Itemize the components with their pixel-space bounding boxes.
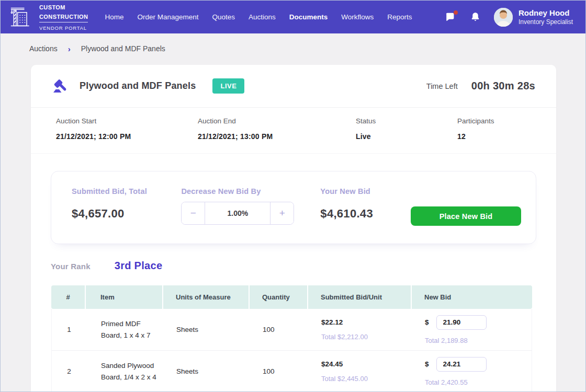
item-unit: Sheets <box>164 326 250 333</box>
new-bid-cell: $ Total 2,420.55 <box>412 357 532 386</box>
stepper-plus-button[interactable]: + <box>271 202 294 224</box>
chat-bubble-icon[interactable] <box>444 10 457 24</box>
detail-label: Status <box>356 117 457 125</box>
nav-item-workflows[interactable]: Workflows <box>341 13 374 21</box>
nav-item-auctions[interactable]: Auctions <box>249 13 276 21</box>
new-bid-value: $4,610.43 <box>320 207 411 221</box>
new-bid-input[interactable] <box>436 357 487 372</box>
decrease-stepper: − 1.00% + <box>181 202 294 225</box>
item-name-line2: Board, 1 x 4 x 7 <box>101 330 164 341</box>
submitted-bid-label: Submitted Bid, Total <box>72 187 181 195</box>
detail-auction-start: Auction Start 21/12/2021; 12:00 PM <box>56 117 198 141</box>
submitted-bid-unit: $24.45 <box>321 360 412 368</box>
top-navbar: CUSTOM CONSTRUCTION VENDOR PORTAL Home O… <box>1 1 585 33</box>
rank-row: Your Rank 3rd Place <box>31 244 556 272</box>
submitted-bid-value: $4,657.00 <box>72 207 181 221</box>
user-menu[interactable]: Rodney Hood Inventory Specialist <box>494 8 573 27</box>
building-crane-icon <box>10 6 33 28</box>
logo-text: CUSTOM CONSTRUCTION VENDOR PORTAL <box>39 2 88 32</box>
row-number: 1 <box>52 326 86 333</box>
detail-value: 12 <box>457 132 535 141</box>
item-name-line1: Sanded Plywood <box>101 360 164 372</box>
place-new-bid-button[interactable]: Place New Bid <box>411 206 521 226</box>
header-item: Item <box>86 285 163 309</box>
table-body: 1 Primed MDF Board, 1 x 4 x 7 Sheets 100… <box>51 309 532 392</box>
submitted-bid-total: Total $2,212.00 <box>321 333 412 341</box>
table-header-row: # Item Units of Measure Quantity Submitt… <box>51 285 532 309</box>
rank-label: Your Rank <box>51 262 91 271</box>
decrease-bid-label: Decrease New Bid By <box>181 187 320 195</box>
submitted-bid-block: Submitted Bid, Total $4,657.00 <box>72 187 181 229</box>
user-info: Rodney Hood Inventory Specialist <box>519 8 573 26</box>
item-quantity: 100 <box>250 326 309 333</box>
header-submitted-bid: Submitted Bid/Unit <box>308 285 412 309</box>
breadcrumb-auctions[interactable]: Auctions <box>29 44 58 53</box>
detail-label: Participants <box>457 117 535 125</box>
detail-value: 21/12/2021; 12:00 PM <box>56 132 198 141</box>
item-name-line2: Board, 1/4 x 2 x 4 <box>101 372 164 383</box>
nav-item-order-management[interactable]: Order Management <box>137 13 198 21</box>
nav-links: Home Order Management Quotes Auctions Do… <box>105 13 412 21</box>
chevron-right-icon: › <box>68 44 71 53</box>
header-number: # <box>51 285 86 309</box>
item-name: Sanded Plywood Board, 1/4 x 2 x 4 <box>86 360 164 383</box>
user-name: Rodney Hood <box>519 8 573 18</box>
new-bid-line: $ <box>425 315 532 330</box>
auction-card: Plywood and MDF Panels LIVE Time Left 00… <box>31 65 556 392</box>
bid-panel: Submitted Bid, Total $4,657.00 Decrease … <box>51 171 536 244</box>
place-bid-block: Place New Bid <box>411 187 521 229</box>
new-bid-block: Your New Bid $4,610.43 <box>320 187 411 229</box>
auction-title: Plywood and MDF Panels <box>80 80 196 91</box>
currency-sign: $ <box>425 318 429 326</box>
decrease-bid-block: Decrease New Bid By − 1.00% + <box>181 187 320 229</box>
stepper-minus-button[interactable]: − <box>182 202 205 224</box>
detail-status: Status Live <box>356 117 457 141</box>
stepper-value[interactable]: 1.00% <box>205 202 271 224</box>
row-number: 2 <box>52 367 86 375</box>
nav-item-documents[interactable]: Documents <box>289 13 328 21</box>
currency-sign: $ <box>425 360 429 368</box>
header-units: Units of Measure <box>163 285 250 309</box>
time-left: Time Left 00h 30m 28s <box>426 80 535 92</box>
logo-line-2: CONSTRUCTION <box>39 14 88 22</box>
breadcrumb: Auctions › Plywood and MDF Panels <box>1 33 585 64</box>
breadcrumb-current: Plywood and MDF Panels <box>81 44 165 53</box>
auction-details: Auction Start 21/12/2021; 12:00 PM Aucti… <box>31 108 556 154</box>
time-left-value: 00h 30m 28s <box>471 80 535 92</box>
detail-auction-end: Auction End 21/12/2021; 13:00 PM <box>198 117 356 141</box>
detail-participants: Participants 12 <box>457 117 535 141</box>
submitted-bid-cell: $24.45 Total $2,445.00 <box>309 360 412 383</box>
item-name: Primed MDF Board, 1 x 4 x 7 <box>86 318 164 341</box>
header-quantity: Quantity <box>250 285 308 309</box>
bell-icon[interactable] <box>469 10 482 24</box>
logo-line-1: CUSTOM <box>39 4 65 10</box>
avatar <box>494 8 513 27</box>
detail-label: Auction End <box>198 117 356 125</box>
new-bid-line: $ <box>425 357 532 372</box>
detail-value: Live <box>356 132 457 141</box>
navbar-right: Rodney Hood Inventory Specialist <box>444 8 573 27</box>
logo-line-3: VENDOR PORTAL <box>39 25 87 31</box>
submitted-bid-unit: $22.12 <box>321 318 412 326</box>
logo[interactable]: CUSTOM CONSTRUCTION VENDOR PORTAL <box>10 2 88 32</box>
detail-value: 21/12/2021; 13:00 PM <box>198 132 356 141</box>
time-left-label: Time Left <box>426 82 458 90</box>
new-bid-label: Your New Bid <box>320 187 411 195</box>
gavel-icon <box>52 78 68 94</box>
nav-item-quotes[interactable]: Quotes <box>212 13 235 21</box>
vendor-portal-page: CUSTOM CONSTRUCTION VENDOR PORTAL Home O… <box>0 0 586 392</box>
detail-label: Auction Start <box>56 117 198 125</box>
nav-item-home[interactable]: Home <box>105 13 123 21</box>
submitted-bid-total: Total $2,445.00 <box>321 375 412 383</box>
table-row: 1 Primed MDF Board, 1 x 4 x 7 Sheets 100… <box>52 309 532 351</box>
new-bid-total: Total 2,420.55 <box>425 378 532 386</box>
notification-dot <box>454 10 458 15</box>
auction-header: Plywood and MDF Panels LIVE Time Left 00… <box>31 65 556 108</box>
header-new-bid: New Bid <box>412 285 532 309</box>
table-row: 2 Sanded Plywood Board, 1/4 x 2 x 4 Shee… <box>52 351 532 392</box>
user-role: Inventory Specialist <box>519 18 573 26</box>
submitted-bid-cell: $22.12 Total $2,212.00 <box>309 318 412 341</box>
nav-item-reports[interactable]: Reports <box>387 13 412 21</box>
new-bid-total: Total 2,189.88 <box>425 337 532 344</box>
new-bid-input[interactable] <box>436 315 487 330</box>
